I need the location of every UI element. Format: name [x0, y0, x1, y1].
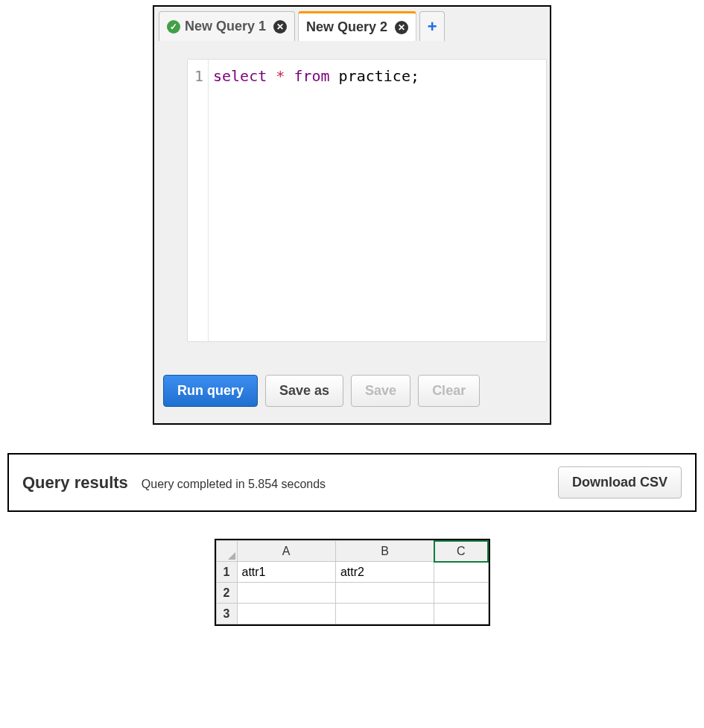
close-icon[interactable]: ✕	[273, 20, 287, 34]
star-token: *	[276, 67, 285, 85]
cell-c1[interactable]	[434, 562, 488, 583]
code-content[interactable]: select * from practice;	[209, 60, 419, 341]
results-left: Query results Query completed in 5.854 s…	[22, 473, 326, 493]
results-title: Query results	[22, 473, 128, 493]
tab-new-query-1[interactable]: ✓ New Query 1 ✕	[159, 11, 295, 41]
add-tab-button[interactable]: +	[419, 11, 445, 41]
tab-new-query-2[interactable]: New Query 2 ✕	[298, 11, 416, 41]
table-row: 1 attr1 attr2	[216, 562, 488, 583]
query-editor-panel: ✓ New Query 1 ✕ New Query 2 ✕ + 1 select…	[153, 5, 551, 425]
clear-button[interactable]: Clear	[418, 375, 480, 407]
cell-b2[interactable]	[335, 583, 434, 604]
identifier-practice: practice	[339, 67, 410, 85]
spreadsheet[interactable]: A B C 1 attr1 attr2 2 3	[216, 540, 489, 624]
cell-c3[interactable]	[434, 604, 488, 624]
keyword-from: from	[294, 67, 329, 85]
code-editor[interactable]: 1 select * from practice;	[187, 59, 547, 342]
tab-label: New Query 2	[306, 19, 387, 35]
editor-button-row: Run query Save as Save Clear	[154, 360, 550, 423]
select-all-corner[interactable]	[216, 541, 237, 562]
column-header-row: A B C	[216, 541, 488, 562]
editor-body: 1 select * from practice;	[154, 41, 550, 360]
tab-strip: ✓ New Query 1 ✕ New Query 2 ✕ +	[154, 7, 550, 41]
table-row: 3	[216, 604, 488, 624]
cell-b1[interactable]: attr2	[335, 562, 434, 583]
plus-icon: +	[428, 17, 437, 37]
close-icon[interactable]: ✕	[395, 21, 408, 34]
row-header-1[interactable]: 1	[216, 562, 237, 583]
row-header-3[interactable]: 3	[216, 604, 237, 624]
cell-a2[interactable]	[237, 583, 335, 604]
line-gutter: 1	[188, 60, 209, 341]
cell-a3[interactable]	[237, 604, 335, 624]
spreadsheet-panel: A B C 1 attr1 attr2 2 3	[215, 539, 490, 626]
col-header-b[interactable]: B	[335, 541, 434, 562]
run-query-button[interactable]: Run query	[163, 375, 258, 407]
save-button[interactable]: Save	[351, 375, 410, 407]
table-row: 2	[216, 583, 488, 604]
line-number: 1	[188, 67, 203, 85]
check-icon: ✓	[167, 20, 180, 34]
query-results-bar: Query results Query completed in 5.854 s…	[7, 453, 697, 512]
results-status: Query completed in 5.854 seconds	[142, 478, 326, 491]
tab-label: New Query 1	[185, 19, 266, 34]
col-header-c[interactable]: C	[434, 541, 488, 562]
download-csv-button[interactable]: Download CSV	[558, 466, 682, 498]
cell-c2[interactable]	[434, 583, 488, 604]
keyword-select: select	[213, 67, 267, 85]
col-header-a[interactable]: A	[237, 541, 335, 562]
cell-b3[interactable]	[335, 604, 434, 624]
save-as-button[interactable]: Save as	[265, 375, 343, 407]
cell-a1[interactable]: attr1	[237, 562, 335, 583]
row-header-2[interactable]: 2	[216, 583, 237, 604]
semicolon: ;	[410, 67, 419, 85]
